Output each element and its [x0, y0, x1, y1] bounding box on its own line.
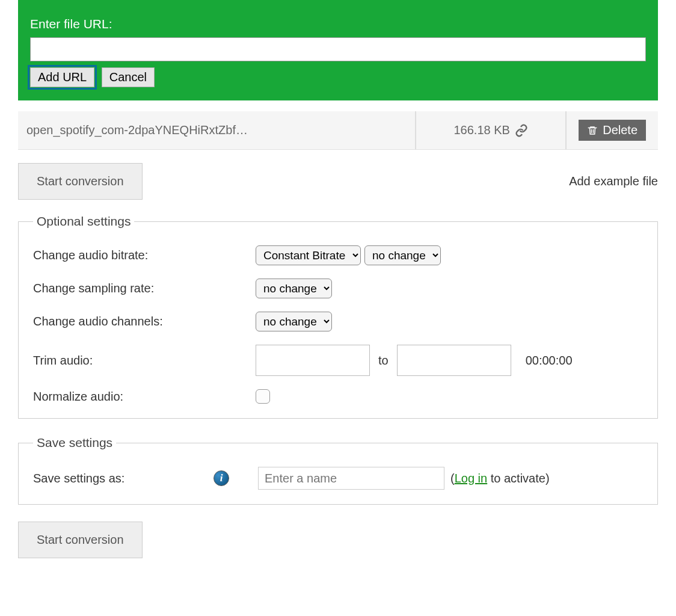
- add-example-file-link[interactable]: Add example file: [569, 174, 658, 188]
- sampling-label: Change sampling rate:: [33, 282, 256, 295]
- save-settings-fieldset: Save settings Save settings as: i (Log i…: [18, 436, 658, 505]
- start-conversion-button-bottom[interactable]: Start conversion: [18, 522, 143, 558]
- start-conversion-button-top[interactable]: Start conversion: [18, 163, 143, 200]
- link-icon: [515, 124, 528, 137]
- add-url-button[interactable]: Add URL: [30, 67, 94, 87]
- normalize-checkbox[interactable]: [256, 389, 270, 404]
- sampling-select[interactable]: no change: [256, 279, 332, 298]
- bitrate-mode-select[interactable]: Constant Bitrate: [256, 245, 361, 265]
- channels-label: Change audio channels:: [33, 315, 256, 328]
- bitrate-label: Change audio bitrate:: [33, 248, 256, 262]
- delete-button[interactable]: Delete: [579, 120, 646, 141]
- trim-label: Trim audio:: [33, 354, 256, 368]
- login-link[interactable]: Log in: [455, 472, 488, 485]
- save-settings-legend: Save settings: [33, 436, 116, 450]
- settings-name-input[interactable]: [258, 467, 444, 490]
- trim-duration: 00:00:00: [526, 354, 573, 368]
- file-size: 166.18 KB: [453, 123, 509, 137]
- trim-end-input[interactable]: [397, 345, 511, 376]
- login-note: (Log in to activate): [450, 472, 550, 485]
- url-input-label: Enter file URL:: [30, 17, 646, 31]
- trash-icon: [587, 125, 598, 137]
- trim-to-label: to: [378, 354, 389, 368]
- file-row: open_spotify_com-2dpaYNEQHiRxtZbf… 166.1…: [18, 111, 658, 150]
- info-icon[interactable]: i: [214, 470, 229, 486]
- file-size-cell: 166.18 KB: [416, 111, 567, 149]
- bitrate-value-select[interactable]: no change: [364, 245, 441, 265]
- delete-label: Delete: [603, 123, 638, 137]
- url-input[interactable]: [30, 37, 646, 61]
- normalize-label: Normalize audio:: [33, 390, 256, 404]
- save-settings-label: Save settings as:: [33, 472, 214, 485]
- cancel-url-button[interactable]: Cancel: [102, 67, 155, 87]
- file-name: open_spotify_com-2dpaYNEQHiRxtZbf…: [18, 111, 416, 149]
- trim-start-input[interactable]: [256, 345, 370, 376]
- channels-select[interactable]: no change: [256, 312, 332, 331]
- optional-settings-legend: Optional settings: [33, 214, 134, 229]
- url-entry-panel: Enter file URL: Add URL Cancel: [18, 0, 658, 100]
- optional-settings-fieldset: Optional settings Change audio bitrate: …: [18, 214, 658, 419]
